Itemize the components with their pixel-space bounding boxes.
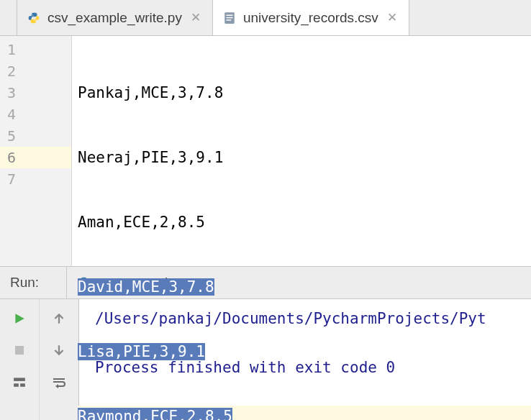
code-line: Lisa,PIE,3,9.1 (78, 341, 531, 362)
line-number: 7 (0, 168, 71, 190)
close-icon[interactable]: ✕ (189, 10, 202, 25)
run-tool-title: Run: (0, 275, 66, 291)
line-number: 4 (0, 104, 71, 125)
soft-wrap-icon (52, 375, 66, 388)
arrow-down-icon (53, 344, 65, 357)
tab-csv-example-write[interactable]: csv_example_write.py ✕ (17, 0, 213, 35)
run-button[interactable] (6, 305, 33, 332)
soft-wrap-button[interactable] (45, 368, 73, 396)
svg-point-0 (32, 14, 32, 14)
down-button[interactable] (45, 337, 73, 364)
line-number: 6 (0, 147, 71, 168)
up-button[interactable] (45, 305, 73, 332)
svg-rect-4 (226, 17, 232, 17)
svg-rect-10 (14, 383, 19, 387)
tab-spacer (0, 0, 17, 35)
tab-label: csv_example_write.py (47, 10, 182, 26)
layout-button[interactable] (6, 368, 33, 396)
close-icon[interactable]: ✕ (386, 10, 399, 25)
code-line: Pankaj,MCE,3,7.8 (78, 82, 531, 104)
line-number: 3 (0, 82, 71, 104)
line-number: 5 (0, 125, 71, 147)
code-line: Raymond,ECE,2,8.5 (78, 406, 531, 420)
code-line: Aman,ECE,2,8.5 (78, 211, 531, 233)
stop-icon (14, 344, 25, 356)
svg-rect-11 (20, 383, 25, 387)
svg-rect-8 (15, 346, 24, 355)
line-number: 1 (0, 39, 71, 60)
svg-point-1 (35, 21, 36, 22)
python-file-icon (27, 12, 40, 24)
play-icon (13, 312, 26, 325)
arrow-up-icon (53, 312, 65, 325)
text-file-icon (223, 12, 236, 24)
line-gutter: 1 2 3 4 5 6 7 (0, 36, 72, 266)
code-line: David,MCE,3,7.8 (78, 276, 531, 298)
code-line: Neeraj,PIE,3,9.1 (78, 147, 531, 168)
stop-button[interactable] (6, 337, 33, 364)
svg-rect-9 (14, 378, 25, 381)
tab-label: university_records.csv (243, 10, 378, 26)
layout-icon (13, 375, 26, 388)
tab-university-records[interactable]: university_records.csv ✕ (213, 0, 409, 35)
code-area[interactable]: Pankaj,MCE,3,7.8 Neeraj,PIE,3,9.1 Aman,E… (72, 36, 531, 266)
svg-rect-3 (226, 14, 232, 15)
run-tool-sidebar (0, 299, 79, 420)
code-editor[interactable]: 1 2 3 4 5 6 7 Pankaj,MCE,3,7.8 Neeraj,PI… (0, 36, 531, 266)
editor-tabs: csv_example_write.py ✕ university_record… (0, 0, 531, 36)
line-number: 2 (0, 60, 71, 82)
svg-rect-5 (226, 19, 231, 20)
